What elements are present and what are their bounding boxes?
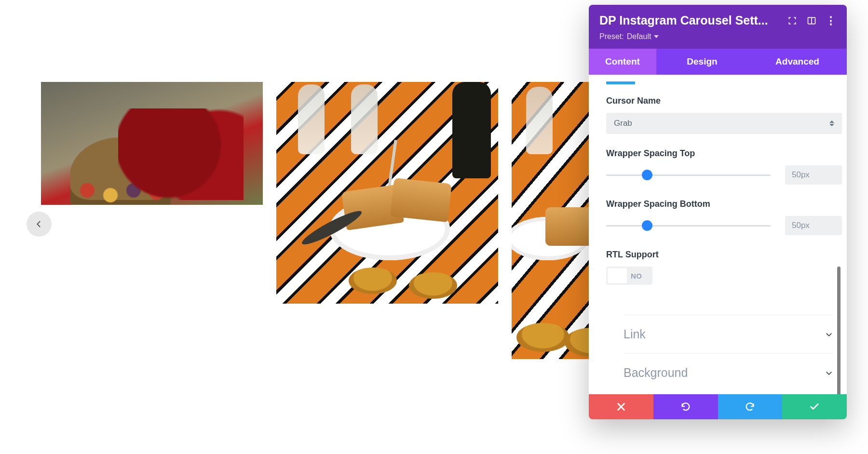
preset-prefix: Preset:: [599, 32, 624, 41]
scrollbar[interactable]: [837, 267, 841, 394]
wrapper-bottom-label: Wrapper Spacing Bottom: [606, 199, 842, 209]
panel-title: DP Instagram Carousel Sett...: [599, 13, 778, 27]
responsive-button[interactable]: [806, 15, 817, 26]
cancel-button[interactable]: [589, 394, 653, 419]
rtl-toggle-state: NO: [631, 272, 642, 280]
field-rtl-support: RTL Support NO: [606, 250, 842, 285]
carousel-prev-button[interactable]: [27, 212, 52, 237]
tab-design[interactable]: Design: [656, 49, 748, 75]
toggle-knob-icon: [608, 268, 627, 283]
chevron-left-icon: [35, 220, 43, 228]
redo-icon: [745, 401, 755, 412]
expand-icon: [787, 16, 797, 26]
field-wrapper-spacing-top: Wrapper Spacing Top 50px: [606, 148, 842, 185]
carousel-image-3[interactable]: [512, 82, 601, 359]
wrapper-top-slider[interactable]: [606, 174, 771, 176]
accordion-background-title: Background: [624, 366, 688, 380]
accordion-background[interactable]: Background: [624, 353, 833, 392]
columns-icon: [807, 16, 816, 26]
wrapper-top-input[interactable]: 50px: [785, 165, 842, 185]
tab-content[interactable]: Content: [589, 49, 656, 75]
slider-thumb-icon: [642, 170, 652, 180]
undo-button[interactable]: [653, 394, 718, 419]
undo-icon: [680, 401, 691, 412]
wrapper-top-label: Wrapper Spacing Top: [606, 148, 842, 159]
settings-panel: DP Instagram Carousel Sett... ⋮ Preset: …: [589, 5, 847, 419]
wrapper-bottom-input[interactable]: 50px: [785, 216, 842, 235]
close-icon: [616, 401, 626, 412]
cursor-name-select[interactable]: Grab: [606, 113, 842, 134]
slider-thumb-icon: [642, 220, 652, 231]
chevron-down-icon: [825, 330, 833, 339]
carousel[interactable]: [41, 82, 601, 359]
preset-selector[interactable]: Preset: Default: [599, 32, 836, 41]
field-wrapper-spacing-bottom: Wrapper Spacing Bottom 50px: [606, 199, 842, 235]
more-vertical-icon: ⋮: [826, 14, 836, 27]
field-cursor-name: Cursor Name Grab: [606, 96, 842, 134]
panel-tabs: Content Design Advanced: [589, 49, 847, 75]
accordion-link-title: Link: [624, 327, 646, 341]
redo-button[interactable]: [718, 394, 783, 419]
panel-footer: [589, 394, 847, 419]
accordion-link[interactable]: Link: [624, 315, 833, 353]
chevron-down-icon: [654, 35, 659, 38]
select-chevron-icon: [829, 120, 835, 126]
cursor-name-value: Grab: [614, 119, 632, 128]
carousel-image-2[interactable]: [276, 82, 498, 304]
tab-advanced[interactable]: Advanced: [748, 49, 847, 75]
panel-body: Cursor Name Grab Wrapper Spacing Top 50p…: [589, 75, 847, 394]
preset-value: Default: [627, 32, 651, 41]
expand-button[interactable]: [787, 15, 798, 26]
preview-canvas: [0, 0, 579, 454]
chevron-down-icon: [825, 369, 833, 377]
save-button[interactable]: [782, 394, 847, 419]
rtl-toggle[interactable]: NO: [606, 267, 652, 285]
panel-header: DP Instagram Carousel Sett... ⋮ Preset: …: [589, 5, 847, 49]
section-indicator: [606, 81, 635, 84]
more-menu-button[interactable]: ⋮: [826, 14, 836, 27]
check-icon: [809, 401, 820, 412]
wrapper-bottom-slider[interactable]: [606, 225, 771, 227]
carousel-image-1[interactable]: [41, 82, 263, 205]
rtl-label: RTL Support: [606, 250, 842, 260]
cursor-name-label: Cursor Name: [606, 96, 842, 106]
